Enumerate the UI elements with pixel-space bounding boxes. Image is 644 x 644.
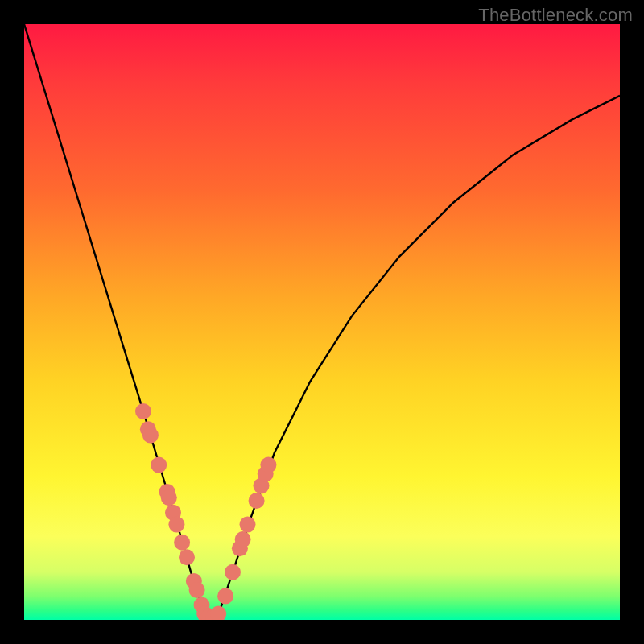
chart-svg xyxy=(24,24,620,620)
data-point xyxy=(210,606,226,620)
data-point xyxy=(179,549,195,565)
chart-frame: TheBottleneck.com xyxy=(0,0,644,644)
data-point xyxy=(168,517,184,533)
data-point xyxy=(174,535,190,551)
data-point-markers xyxy=(135,403,276,620)
data-point xyxy=(189,582,205,598)
data-point xyxy=(225,564,241,580)
data-point xyxy=(135,403,151,419)
data-point xyxy=(217,588,233,604)
data-point xyxy=(235,531,251,547)
plot-area xyxy=(24,24,620,620)
data-point xyxy=(151,457,167,473)
data-point xyxy=(142,427,159,444)
watermark-text: TheBottleneck.com xyxy=(478,5,633,26)
bottleneck-curve xyxy=(24,24,620,620)
data-point xyxy=(249,493,265,509)
data-point xyxy=(240,517,256,533)
data-point xyxy=(161,489,177,506)
data-point xyxy=(260,457,276,473)
